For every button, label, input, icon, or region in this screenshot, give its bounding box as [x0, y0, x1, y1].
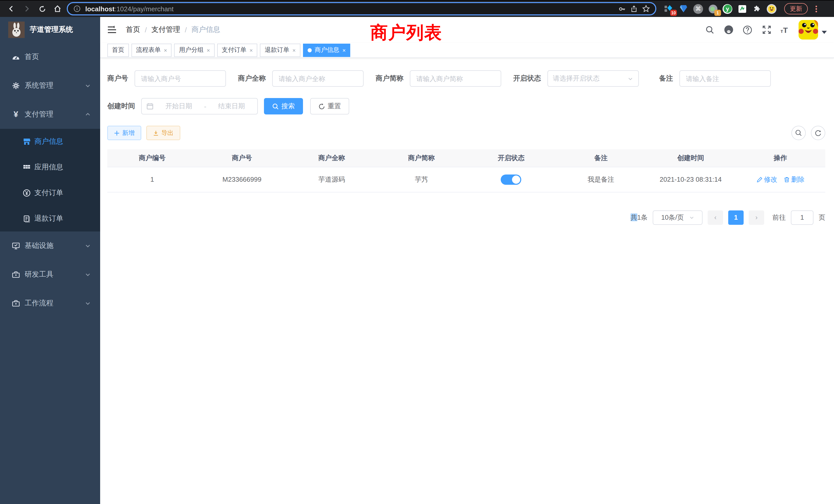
avatar: [798, 20, 818, 40]
next-page-button[interactable]: ›: [749, 210, 764, 225]
sidebar-item-home[interactable]: 首页: [0, 43, 100, 71]
ext-yuque-icon[interactable]: y: [723, 4, 732, 14]
tab-pay-order[interactable]: 支付订单×: [217, 43, 258, 57]
cell-merchant-no: M233666999: [197, 167, 287, 192]
caret-down-icon: [822, 31, 827, 34]
help-icon[interactable]: [743, 25, 753, 35]
tab-refund-order[interactable]: 退款订单×: [260, 43, 301, 57]
toolbox-icon: [12, 271, 20, 279]
close-icon[interactable]: ×: [207, 47, 210, 53]
sidebar-item-dev-tools[interactable]: 研发工具: [0, 260, 100, 289]
monitor-icon: [12, 242, 20, 250]
merchant-no-input[interactable]: [134, 70, 226, 87]
tab-user-group[interactable]: 用户分组×: [174, 43, 215, 57]
active-dot: [308, 48, 312, 52]
cell-short-name: 芋艿: [377, 167, 466, 192]
user-menu[interactable]: [798, 20, 827, 40]
ext-puzzle-icon[interactable]: [752, 4, 762, 14]
sidebar-item-app-info[interactable]: 应用信息: [0, 155, 100, 180]
status-toggle[interactable]: [501, 174, 522, 184]
browser-menu-icon[interactable]: [815, 5, 817, 12]
end-date-placeholder: 结束日期: [210, 101, 253, 111]
edit-button[interactable]: 修改: [756, 175, 777, 184]
filter-row-1: 商户号 商户全称 商户简称 开启状态 请选择开启状态: [107, 70, 825, 87]
reset-button[interactable]: 重置: [310, 98, 349, 114]
header-search-icon[interactable]: [705, 25, 715, 35]
fullscreen-icon[interactable]: [762, 25, 772, 35]
breadcrumb-payment[interactable]: 支付管理: [152, 25, 180, 35]
sidebar-item-label: 支付订单: [35, 188, 91, 198]
close-icon[interactable]: ×: [343, 47, 346, 53]
add-button[interactable]: 新增: [107, 126, 141, 140]
ext-notes-icon[interactable]: [737, 4, 747, 14]
sidebar-item-workflow[interactable]: 工作流程: [0, 289, 100, 318]
breadcrumb-home[interactable]: 首页: [126, 25, 140, 35]
search-button[interactable]: 搜索: [264, 98, 303, 114]
refresh-button[interactable]: [811, 126, 825, 140]
ext-badge: 10: [670, 10, 677, 16]
full-name-input[interactable]: [272, 70, 363, 87]
sidebar-item-system[interactable]: 系统管理: [0, 71, 100, 100]
github-icon[interactable]: [724, 25, 734, 35]
address-bar[interactable]: localhost:1024/pay/merchant: [67, 2, 656, 16]
bookmark-star-icon[interactable]: [642, 5, 650, 13]
short-name-input[interactable]: [410, 70, 501, 87]
breadcrumb: 首页 / 支付管理 / 商户信息: [126, 25, 220, 35]
app-logo-row[interactable]: 芋道管理系统: [0, 17, 100, 43]
key-icon[interactable]: [618, 5, 626, 13]
ext-emoji-icon[interactable]: [767, 4, 776, 14]
ext-command-icon[interactable]: ⌘: [693, 4, 703, 14]
chevron-down-icon: [689, 215, 694, 220]
tab-process-form[interactable]: 流程表单×: [131, 43, 172, 57]
sidebar-item-infrastructure[interactable]: 基础设施: [0, 231, 100, 260]
delete-button[interactable]: 删除: [784, 175, 805, 184]
url-host: localhost: [85, 5, 114, 13]
ext-sketch-icon[interactable]: 10: [663, 4, 674, 14]
close-icon[interactable]: ×: [249, 47, 253, 53]
col-actions: 操作: [736, 150, 826, 167]
info-icon[interactable]: [73, 5, 81, 13]
fontsize-icon[interactable]: тT: [781, 26, 788, 33]
table-header-row: 商户编号 商户号 商户全称 商户简称 开启状态 备注 创建时间 操作: [107, 150, 825, 167]
sidebar-item-payment[interactable]: ¥ 支付管理: [0, 100, 100, 129]
forward-icon[interactable]: [21, 3, 33, 15]
sidebar-item-pay-order[interactable]: 支付订单: [0, 180, 100, 206]
reload-icon[interactable]: [36, 3, 48, 15]
ext-status-icon[interactable]: 1: [708, 4, 718, 14]
update-button[interactable]: 更新: [784, 3, 808, 14]
col-remark: 备注: [556, 150, 646, 167]
sidebar-item-label: 系统管理: [25, 81, 80, 90]
navbar-actions: тT: [705, 20, 827, 40]
home-icon[interactable]: [51, 3, 64, 15]
tab-home[interactable]: 首页: [107, 43, 129, 57]
sidebar-item-refund-order[interactable]: 退款订单: [0, 206, 100, 231]
ext-gem-icon[interactable]: [678, 4, 689, 14]
prev-page-button[interactable]: ‹: [708, 210, 723, 225]
share-icon[interactable]: [630, 5, 638, 13]
status-select[interactable]: 请选择开启状态: [547, 70, 639, 87]
app-logo: [8, 22, 25, 38]
close-icon[interactable]: ×: [292, 47, 296, 53]
show-search-button[interactable]: [791, 126, 806, 140]
date-range-picker[interactable]: 开始日期 - 结束日期: [141, 98, 258, 114]
remark-input[interactable]: [679, 70, 771, 87]
page-size-select[interactable]: 10条/页: [653, 210, 703, 225]
close-icon[interactable]: ×: [164, 47, 167, 53]
tab-merchant-info[interactable]: 商户信息×: [303, 43, 351, 57]
sidebar-item-label: 应用信息: [35, 163, 91, 172]
page-unit: 页: [818, 213, 825, 222]
back-icon[interactable]: [5, 3, 18, 15]
chevron-down-icon: [85, 272, 91, 278]
page-1-button[interactable]: 1: [728, 210, 744, 225]
sidebar-item-merchant-info[interactable]: 商户信息: [0, 129, 100, 155]
sidebar-collapse-icon[interactable]: [107, 25, 117, 35]
goto-page-input[interactable]: [791, 210, 813, 225]
chevron-down-icon: [627, 76, 633, 81]
sidebar-item-label: 研发工具: [25, 270, 80, 279]
cell-merchant-id: 1: [107, 167, 197, 192]
toolbox-icon: [12, 299, 20, 307]
url-text[interactable]: localhost:1024/pay/merchant: [85, 5, 614, 13]
sidebar-item-label: 首页: [25, 52, 91, 62]
refund-doc-icon: [23, 214, 31, 223]
export-button[interactable]: 导出: [146, 126, 180, 140]
